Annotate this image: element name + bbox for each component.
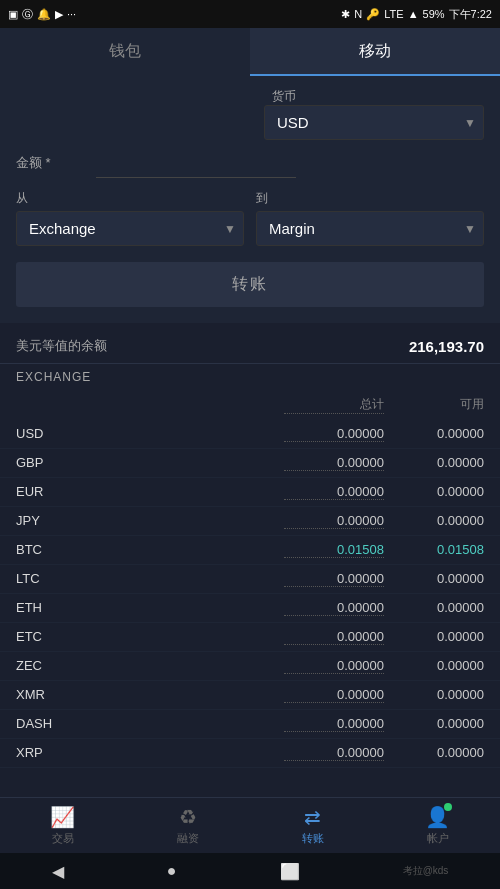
- currency-label: 货币: [264, 88, 476, 105]
- tab-wallet[interactable]: 钱包: [0, 28, 250, 76]
- nav-trade[interactable]: 📈 交易: [0, 798, 125, 853]
- row-currency-name: DASH: [16, 716, 284, 732]
- transfer-button[interactable]: 转账: [16, 262, 484, 307]
- row-currency-name: ETC: [16, 629, 284, 645]
- table-row: LTC0.000000.00000: [0, 565, 500, 594]
- balance-label: 美元等值的余额: [16, 337, 107, 355]
- from-to-row: 从 Exchange Margin Funding ▼ 到 Margin Exc…: [16, 190, 484, 246]
- network-type: LTE: [384, 8, 403, 20]
- row-total: 0.00000: [284, 658, 384, 674]
- row-total: 0.00000: [284, 455, 384, 471]
- to-select[interactable]: Margin Exchange Funding: [256, 211, 484, 246]
- row-available: 0.00000: [384, 600, 484, 616]
- sys-recent-button[interactable]: ⬜: [280, 862, 300, 881]
- nav-fund[interactable]: ♻ 融资: [125, 798, 250, 853]
- row-total: 0.00000: [284, 600, 384, 616]
- row-available: 0.00000: [384, 745, 484, 761]
- status-left-icons: ▣ Ⓖ 🔔 ▶ ···: [8, 7, 76, 22]
- row-available: 0.00000: [384, 658, 484, 674]
- table-row: XRP0.000000.00000: [0, 739, 500, 768]
- from-select-wrap: Exchange Margin Funding ▼: [16, 211, 244, 246]
- form-section: 货币 USD EUR BTC ▼ 金额 * 从 Exchange Marg: [0, 76, 500, 323]
- status-bar: ▣ Ⓖ 🔔 ▶ ··· ✱ N 🔑 LTE ▲ 59% 下午7:22: [0, 0, 500, 28]
- balance-value: 216,193.70: [409, 338, 484, 355]
- signal-icon: ▲: [408, 8, 419, 20]
- table-header: 总计 可用: [0, 390, 500, 420]
- battery-pct: 59%: [423, 8, 445, 20]
- bottom-nav: 📈 交易 ♻ 融资 ⇄ 转账 👤 帐户: [0, 797, 500, 853]
- nav-trade-label: 交易: [52, 831, 74, 846]
- fund-icon: ♻: [179, 805, 197, 829]
- sys-home-button[interactable]: ●: [167, 862, 177, 880]
- row-total: 0.00000: [284, 745, 384, 761]
- icon-bell: 🔔: [37, 8, 51, 21]
- row-currency-name: GBP: [16, 455, 284, 471]
- table-row: ETH0.000000.00000: [0, 594, 500, 623]
- row-available: 0.00000: [384, 455, 484, 471]
- account-online-dot: [444, 803, 452, 811]
- row-available: 0.00000: [384, 426, 484, 442]
- row-available: 0.00000: [384, 484, 484, 500]
- table-row: DASH0.000000.00000: [0, 710, 500, 739]
- row-currency-name: BTC: [16, 542, 284, 558]
- row-available: 0.00000: [384, 513, 484, 529]
- row-total: 0.00000: [284, 513, 384, 529]
- nav-fund-label: 融资: [177, 831, 199, 846]
- nav-account-label: 帐户: [427, 831, 449, 846]
- table-row: EUR0.000000.00000: [0, 478, 500, 507]
- table-row: BTC0.015080.01508: [0, 536, 500, 565]
- row-total: 0.00000: [284, 426, 384, 442]
- icon-dots: ···: [67, 8, 76, 20]
- row-currency-name: ETH: [16, 600, 284, 616]
- currency-select[interactable]: USD EUR BTC: [264, 105, 484, 140]
- nav-transfer[interactable]: ⇄ 转账: [250, 798, 375, 853]
- main-tabs: 钱包 移动: [0, 28, 500, 76]
- row-available: 0.01508: [384, 542, 484, 558]
- icon-bluetooth: ✱: [341, 8, 350, 21]
- from-select[interactable]: Exchange Margin Funding: [16, 211, 244, 246]
- row-total: 0.00000: [284, 716, 384, 732]
- row-currency-name: JPY: [16, 513, 284, 529]
- exchange-label: EXCHANGE: [0, 364, 500, 390]
- watermark: 考拉@kds: [403, 864, 449, 878]
- header-total: 总计: [284, 396, 384, 414]
- row-currency-name: LTC: [16, 571, 284, 587]
- header-name: [16, 396, 284, 414]
- row-currency-name: XRP: [16, 745, 284, 761]
- icon-menu: ▣: [8, 8, 18, 21]
- status-right-icons: ✱ N 🔑 LTE ▲ 59% 下午7:22: [341, 7, 492, 22]
- header-available: 可用: [384, 396, 484, 414]
- row-available: 0.00000: [384, 571, 484, 587]
- row-total: 0.00000: [284, 484, 384, 500]
- row-currency-name: ZEC: [16, 658, 284, 674]
- row-total: 0.00000: [284, 629, 384, 645]
- table-row: XMR0.000000.00000: [0, 681, 500, 710]
- nav-account[interactable]: 👤 帐户: [375, 798, 500, 853]
- row-total: 0.00000: [284, 571, 384, 587]
- currency-select-wrap: USD EUR BTC ▼: [264, 105, 484, 140]
- time-display: 下午7:22: [449, 7, 492, 22]
- to-select-wrap: Margin Exchange Funding ▼: [256, 211, 484, 246]
- icon-nfc: N: [354, 8, 362, 20]
- row-total: 0.01508: [284, 542, 384, 558]
- amount-label: 金额 *: [16, 154, 96, 172]
- account-avatar-wrap: 👤: [425, 805, 450, 829]
- sys-back-button[interactable]: ◀: [52, 862, 64, 881]
- from-group: 从 Exchange Margin Funding ▼: [16, 190, 244, 246]
- balance-section: 美元等值的余额 216,193.70: [0, 323, 500, 364]
- to-label: 到: [256, 190, 484, 207]
- row-currency-name: XMR: [16, 687, 284, 703]
- icon-g: Ⓖ: [22, 7, 33, 22]
- tab-move[interactable]: 移动: [250, 28, 500, 76]
- amount-input-wrap: [96, 148, 484, 178]
- currency-row: 货币 USD EUR BTC ▼: [16, 88, 484, 140]
- amount-input[interactable]: [96, 148, 296, 178]
- system-nav-bar: ◀ ● ⬜ 考拉@kds: [0, 853, 500, 889]
- transfer-icon: ⇄: [304, 805, 321, 829]
- row-available: 0.00000: [384, 687, 484, 703]
- row-available: 0.00000: [384, 716, 484, 732]
- from-label: 从: [16, 190, 244, 207]
- row-available: 0.00000: [384, 629, 484, 645]
- nav-transfer-label: 转账: [302, 831, 324, 846]
- table-row: ETC0.000000.00000: [0, 623, 500, 652]
